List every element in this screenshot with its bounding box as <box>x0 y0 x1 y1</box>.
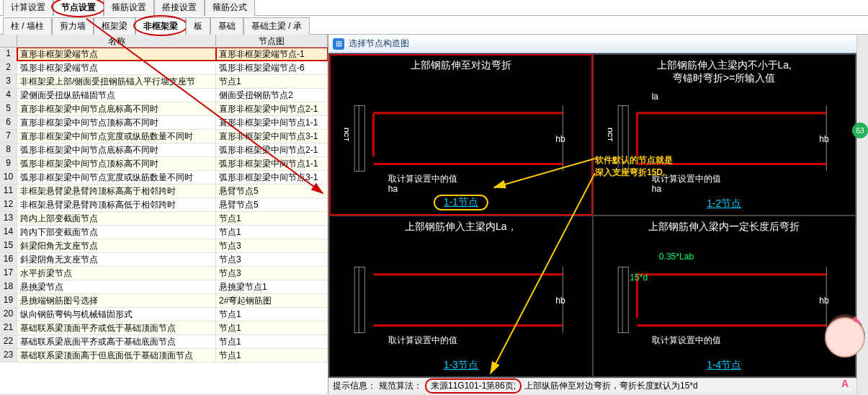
table-row[interactable]: 5直形非框架梁中间节点底标高不同时直形非框架梁中间节点2-1 <box>0 102 328 116</box>
svg-text:取计算设置中的值: 取计算设置中的值 <box>388 174 457 184</box>
table-row[interactable]: 23基础联系梁顶面高于但底面低于基础顶面节点节点1 <box>0 349 328 363</box>
svg-text:取计算设置中的值: 取计算设置中的值 <box>651 335 720 345</box>
svg-text:15d: 15d <box>608 128 614 142</box>
svg-rect-25 <box>354 267 364 333</box>
table-row[interactable]: 9弧形非框架梁中间节点顶标高不同时弧形非框架梁中间节点1-1 <box>0 157 328 171</box>
diagram-panel: ⊞ 选择节点构造图 上部钢筋伸至对边弯折15dhb取计算设置中的值ha1-1节点… <box>328 35 856 394</box>
table-row[interactable]: 11非框架悬臂梁悬臂跨顶标高高于相邻跨时悬臂节点5 <box>0 185 328 198</box>
svg-text:hb: hb <box>555 134 565 144</box>
table-row[interactable]: 14跨内下部变截面节点节点1 <box>0 226 328 239</box>
hint-rest: 上部纵筋伸至对边弯折，弯折长度默认为15*d <box>524 380 698 392</box>
diagram-link[interactable]: 1-2节点 <box>594 198 856 210</box>
svg-text:15d: 15d <box>344 128 351 142</box>
svg-text:hb: hb <box>819 296 829 306</box>
svg-text:0.35*Lab: 0.35*Lab <box>658 252 694 262</box>
avatar-tag: A <box>822 378 868 389</box>
svg-rect-15 <box>618 106 628 172</box>
hint-source: 来源11G101-1第86页; <box>425 378 522 394</box>
svg-text:hb: hb <box>819 134 829 144</box>
diagram-title: 上部钢筋伸入梁内一定长度后弯折 <box>594 221 856 234</box>
hint-bar: 提示信息： 规范算法： 来源11G101-1第86页; 上部纵筋伸至对边弯折，弯… <box>328 378 856 394</box>
node-table: 名称 节点图 1直形非框架梁端节点直形非框架梁端节点-12弧形非框架梁端节点弧形… <box>0 35 328 394</box>
sub-tab-3[interactable]: 非框架梁 <box>135 17 186 35</box>
top-tab-2[interactable]: 箍筋设置 <box>104 0 154 16</box>
table-row[interactable]: 15斜梁阳角无支座节点节点3 <box>0 239 328 253</box>
table-row[interactable]: 4梁侧面受扭纵筋锚固节点侧面受扭钢筋节点2 <box>0 89 328 102</box>
svg-text:ha: ha <box>388 184 398 193</box>
popup-icon: ⊞ <box>333 38 344 50</box>
diagram-link[interactable]: 1-3节点 <box>330 359 592 372</box>
table-row[interactable]: 3非框架梁上部/侧面受扭钢筋锚入平行墙支座节节点1 <box>0 75 328 89</box>
top-tab-3[interactable]: 搭接设置 <box>154 0 205 16</box>
table-row[interactable]: 12非框架悬臂梁悬臂跨顶标高低于相邻跨时悬臂节点5 <box>0 198 328 212</box>
table-row[interactable]: 1直形非框架梁端节点直形非框架梁端节点-1 <box>0 48 328 61</box>
top-tabbar: 计算设置节点设置箍筋设置搭接设置箍筋公式 <box>0 0 868 16</box>
badge[interactable]: 63 <box>852 123 868 138</box>
table-row[interactable]: 17水平折梁节点节点3 <box>0 267 328 280</box>
col-index-header <box>0 35 17 47</box>
diagram-option-1[interactable]: 上部钢筋伸至对边弯折15dhb取计算设置中的值ha1-1节点 <box>330 55 592 215</box>
diagram-option-4[interactable]: 上部钢筋伸入梁内一定长度后弯折hb取计算设置中的值15*d0.35*Lab1-4… <box>594 216 856 376</box>
avatar[interactable]: A <box>822 313 868 392</box>
table-row[interactable]: 2弧形非框架梁端节点弧形非框架梁端节点-6 <box>0 61 328 75</box>
table-row[interactable]: 20纵向钢筋弯钩与机械锚固形式节点1 <box>0 308 328 321</box>
table-row[interactable]: 18悬挑梁节点悬挑梁节点1 <box>0 280 328 294</box>
svg-text:取计算设置中的值: 取计算设置中的值 <box>651 174 720 184</box>
col-nodeimg-header: 节点图 <box>216 35 328 47</box>
popup-title-text: 选择节点构造图 <box>349 37 409 50</box>
sub-tab-0[interactable]: 柱 / 墙柱 <box>3 17 52 35</box>
diagram-title: 上部钢筋伸入主梁内La， <box>330 221 592 234</box>
table-row[interactable]: 6直形非框架梁中间节点顶标高不同时直形非框架梁中间节点1-1 <box>0 116 328 130</box>
sub-tabbar: 柱 / 墙柱剪力墙框架梁非框架梁板基础基础主梁 / 承 <box>0 16 868 35</box>
diagram-option-2[interactable]: 上部钢筋伸入主梁内不小于La,弯锚时弯折>=所输入值15dhb取计算设置中的值h… <box>594 55 856 215</box>
table-row[interactable]: 22基础联系梁底面平齐或高于基础底面节点节点1 <box>0 335 328 349</box>
diagram-link[interactable]: 1-1节点 <box>434 195 488 210</box>
col-name-header: 名称 <box>17 35 216 47</box>
sub-tab-5[interactable]: 基础 <box>210 17 243 35</box>
hint-label: 规范算法： <box>379 380 422 392</box>
diagram-option-3[interactable]: 上部钢筋伸入主梁内La，hb取计算设置中的值1-3节点 <box>330 216 592 376</box>
svg-text:取计算设置中的值: 取计算设置中的值 <box>388 335 457 345</box>
sub-tab-4[interactable]: 板 <box>186 17 210 35</box>
sub-tab-6[interactable]: 基础主梁 / 承 <box>243 17 310 35</box>
svg-rect-5 <box>354 106 364 172</box>
svg-text:ha: ha <box>651 184 661 193</box>
table-row[interactable]: 7直形非框架梁中间节点宽度或纵筋数量不同时直形非框架梁中间节点3-1 <box>0 130 328 143</box>
popup-titlebar: ⊞ 选择节点构造图 <box>328 35 856 53</box>
svg-text:15*d: 15*d <box>630 272 648 283</box>
svg-text:hb: hb <box>555 296 565 306</box>
table-row[interactable]: 13跨内上部变截面节点节点1 <box>0 212 328 226</box>
diagram-title: 上部钢筋伸至对边弯折 <box>330 59 592 72</box>
hint-prefix: 提示信息： <box>333 380 376 392</box>
top-tab-4[interactable]: 箍筋公式 <box>205 0 255 16</box>
table-row[interactable]: 19悬挑端钢筋图号选择2#弯起钢筋图 <box>0 294 328 308</box>
svg-rect-33 <box>618 267 628 333</box>
table-row[interactable]: 8弧形非框架梁中间节点底标高不同时弧形非框架梁中间节点2-1 <box>0 143 328 157</box>
top-tab-0[interactable]: 计算设置 <box>3 0 53 16</box>
sub-tab-1[interactable]: 剪力墙 <box>52 17 94 35</box>
table-row[interactable]: 16斜梁阴角无支座节点节点3 <box>0 253 328 267</box>
svg-text:la: la <box>651 92 658 102</box>
sub-tab-2[interactable]: 框架梁 <box>94 17 135 35</box>
table-row[interactable]: 10弧形非框架梁中间节点宽度或纵筋数量不同时弧形非框架梁中间节点3-1 <box>0 171 328 185</box>
top-tab-1[interactable]: 节点设置 <box>53 0 104 16</box>
table-row[interactable]: 21基础联系梁顶面平齐或低于基础顶面节点节点1 <box>0 321 328 335</box>
diagram-link[interactable]: 1-4节点 <box>594 359 856 372</box>
